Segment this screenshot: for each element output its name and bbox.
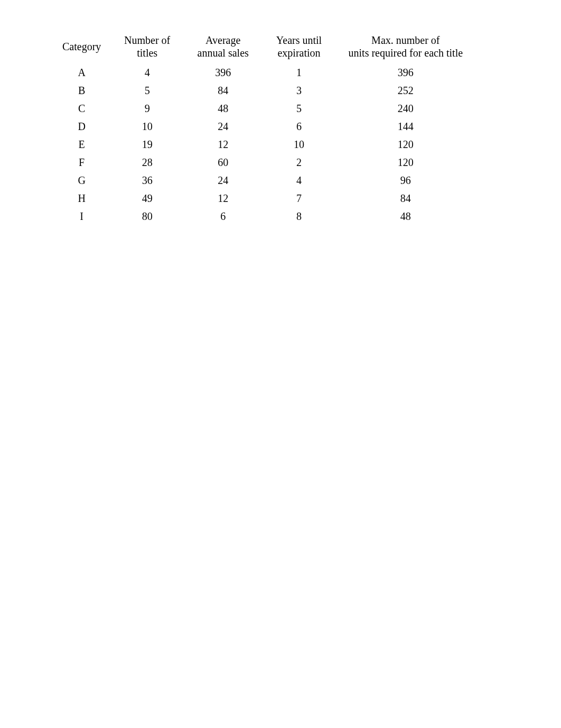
cell-years: 2 — [262, 153, 335, 171]
table-row: G 36 24 4 96 — [53, 171, 475, 189]
table-row: C 9 48 5 240 — [53, 99, 475, 117]
data-table: Category Number of titles Average annual… — [53, 32, 475, 225]
table-row: E 19 12 10 120 — [53, 135, 475, 153]
cell-titles: 5 — [110, 81, 184, 99]
header-row: Category Number of titles Average annual… — [53, 32, 475, 63]
cell-years: 4 — [262, 171, 335, 189]
cell-category: G — [53, 171, 110, 189]
header-maxunits-line1: Max. number of — [371, 34, 440, 46]
header-sales-line1: Average — [205, 34, 240, 46]
cell-titles: 80 — [110, 207, 184, 225]
cell-titles: 4 — [110, 63, 184, 81]
cell-category: E — [53, 135, 110, 153]
cell-category: D — [53, 117, 110, 135]
cell-years: 5 — [262, 99, 335, 117]
table-body: A 4 396 1 396 B 5 84 3 252 C 9 48 5 240 … — [53, 63, 475, 225]
cell-years: 1 — [262, 63, 335, 81]
header-titles: Number of titles — [110, 32, 184, 63]
cell-sales: 24 — [184, 117, 262, 135]
cell-maxunits: 144 — [336, 117, 475, 135]
cell-titles: 36 — [110, 171, 184, 189]
table-row: B 5 84 3 252 — [53, 81, 475, 99]
header-years: Years until expiration — [262, 32, 335, 63]
cell-category: F — [53, 153, 110, 171]
cell-titles: 28 — [110, 153, 184, 171]
cell-category: A — [53, 63, 110, 81]
header-category-line1: Category — [62, 41, 101, 52]
cell-maxunits: 120 — [336, 153, 475, 171]
cell-years: 8 — [262, 207, 335, 225]
cell-titles: 49 — [110, 189, 184, 207]
cell-maxunits: 252 — [336, 81, 475, 99]
header-sales: Average annual sales — [184, 32, 262, 63]
table-row: D 10 24 6 144 — [53, 117, 475, 135]
cell-maxunits: 120 — [336, 135, 475, 153]
cell-maxunits: 84 — [336, 189, 475, 207]
cell-years: 7 — [262, 189, 335, 207]
header-category: Category — [53, 32, 110, 63]
table-row: A 4 396 1 396 — [53, 63, 475, 81]
cell-sales: 6 — [184, 207, 262, 225]
header-years-line1: Years until — [276, 34, 322, 46]
cell-maxunits: 396 — [336, 63, 475, 81]
header-titles-line2: titles — [137, 47, 157, 59]
cell-sales: 24 — [184, 171, 262, 189]
cell-category: C — [53, 99, 110, 117]
cell-category: I — [53, 207, 110, 225]
cell-titles: 19 — [110, 135, 184, 153]
cell-titles: 9 — [110, 99, 184, 117]
header-years-line2: expiration — [277, 47, 320, 59]
cell-category: B — [53, 81, 110, 99]
table-header: Category Number of titles Average annual… — [53, 32, 475, 63]
cell-years: 6 — [262, 117, 335, 135]
cell-category: H — [53, 189, 110, 207]
header-maxunits-line2: units required for each title — [349, 47, 463, 59]
table-row: F 28 60 2 120 — [53, 153, 475, 171]
cell-sales: 84 — [184, 81, 262, 99]
cell-maxunits: 240 — [336, 99, 475, 117]
cell-sales: 12 — [184, 135, 262, 153]
cell-sales: 396 — [184, 63, 262, 81]
cell-years: 10 — [262, 135, 335, 153]
table-row: H 49 12 7 84 — [53, 189, 475, 207]
cell-maxunits: 48 — [336, 207, 475, 225]
table-row: I 80 6 8 48 — [53, 207, 475, 225]
header-maxunits: Max. number of units required for each t… — [336, 32, 475, 63]
cell-sales: 12 — [184, 189, 262, 207]
header-titles-line1: Number of — [124, 34, 170, 46]
cell-sales: 60 — [184, 153, 262, 171]
cell-sales: 48 — [184, 99, 262, 117]
cell-maxunits: 96 — [336, 171, 475, 189]
cell-titles: 10 — [110, 117, 184, 135]
header-sales-line2: annual sales — [198, 47, 249, 59]
cell-years: 3 — [262, 81, 335, 99]
